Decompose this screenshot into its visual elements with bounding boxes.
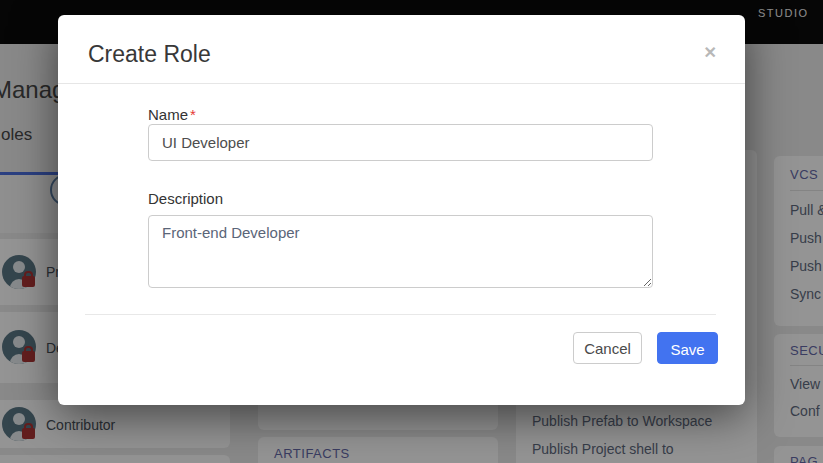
save-button[interactable]: Save [657, 332, 718, 364]
close-icon[interactable]: ✕ [704, 45, 717, 61]
divider [85, 314, 716, 315]
description-field-label: Description [148, 190, 223, 207]
cancel-button[interactable]: Cancel [573, 332, 642, 364]
required-asterisk: * [190, 106, 196, 123]
screen: STUDIO Manag oles Pr De Contributor ARTI [0, 0, 823, 463]
description-label-text: Description [148, 190, 223, 207]
name-label-text: Name [148, 106, 188, 123]
description-textarea[interactable]: Front-end Developer [148, 215, 653, 288]
name-input[interactable] [148, 124, 653, 161]
dialog-title: Create Role [88, 41, 211, 68]
name-field-label: Name* [148, 106, 196, 123]
divider [58, 83, 745, 84]
create-role-dialog: Create Role ✕ Name* Description Front-en… [58, 15, 745, 405]
